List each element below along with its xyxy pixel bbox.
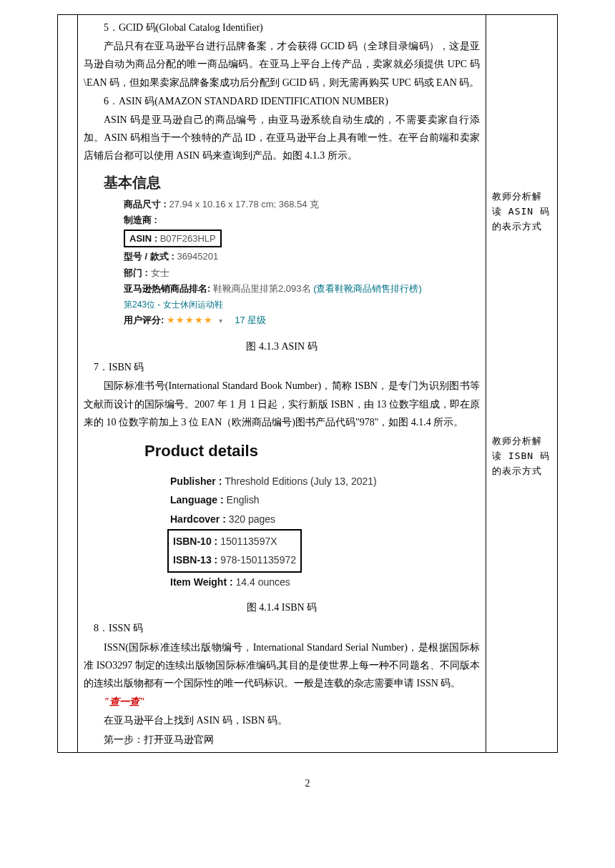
product-details-panel: Product details Publisher : Threshold Ed… bbox=[84, 432, 480, 596]
figure-caption-414: 图 4.1.4 ISBN 码 bbox=[84, 598, 480, 616]
row-dimensions: 商品尺寸 : 27.94 x 10.16 x 17.78 cm; 368.54 … bbox=[124, 197, 480, 212]
hardcover-key: Hardcover : bbox=[170, 513, 229, 525]
isbn-highlight-box: ISBN-10 : 150113597X ISBN-13 : 978-15011… bbox=[167, 529, 302, 573]
star-text[interactable]: 17 星级 bbox=[235, 315, 266, 325]
check-line-2: 第一步：打开亚马逊官网 bbox=[84, 731, 480, 749]
weight-key: Item Weight : bbox=[170, 576, 236, 588]
check-heading: "查一查" bbox=[84, 693, 480, 711]
rank-text: 鞋靴商品里排第2,093名 bbox=[213, 283, 313, 294]
pd-isbn13: ISBN-13 : 978-1501135972 bbox=[173, 551, 296, 570]
pd-hardcover: Hardcover : 320 pages bbox=[170, 510, 480, 529]
publisher-key: Publisher : bbox=[170, 475, 225, 487]
basic-info-panel: 基本信息 商品尺寸 : 27.94 x 10.16 x 17.78 cm; 36… bbox=[84, 166, 480, 335]
pd-weight: Item Weight : 14.4 ounces bbox=[170, 573, 480, 592]
mfr-label: 制造商 : bbox=[124, 214, 157, 225]
dept-label: 部门 : bbox=[124, 267, 148, 278]
dim-label: 商品尺寸 : bbox=[124, 199, 167, 209]
asin-body: ASIN 码是亚马逊自己的商品编号，由亚马逊系统自动生成的，不需要卖家自行添加。… bbox=[84, 111, 480, 165]
language-key: Language : bbox=[170, 494, 227, 505]
isbn13-key: ISBN-13 : bbox=[173, 554, 220, 566]
layout-table: 5．GCID 码(Global Catalog Identifier) 产品只有… bbox=[57, 14, 558, 753]
pd-language: Language : English bbox=[170, 490, 480, 510]
hardcover-val: 320 pages bbox=[229, 513, 275, 525]
pd-publisher: Publisher : Threshold Editions (July 13,… bbox=[170, 472, 480, 491]
product-details-title: Product details bbox=[144, 436, 480, 466]
weight-val: 14.4 ounces bbox=[236, 576, 290, 588]
teacher-note-isbn: 教师分析解读 ISBN 码的表示方式 bbox=[492, 434, 551, 478]
issn-heading: 8．ISSN 码 bbox=[84, 619, 480, 637]
chevron-down-icon: ▾ bbox=[219, 317, 222, 325]
asin-label: ASIN : bbox=[129, 233, 157, 244]
dept-value: 女士 bbox=[151, 267, 169, 278]
isbn10-val: 150113597X bbox=[220, 536, 277, 547]
asin-highlight-box: ASIN : B07F263HLP bbox=[124, 230, 222, 248]
page: 5．GCID 码(Global Catalog Identifier) 产品只有… bbox=[0, 14, 615, 821]
main-content-cell: 5．GCID 码(Global Catalog Identifier) 产品只有… bbox=[78, 15, 486, 753]
asin-value: B07F263HLP bbox=[160, 233, 216, 244]
row-rating: 用户评分: ★★★★★ ▾ 17 星级 bbox=[124, 313, 480, 327]
model-value: 36945201 bbox=[177, 251, 218, 262]
page-number: 2 bbox=[57, 774, 558, 792]
rank-link[interactable]: (查看鞋靴商品销售排行榜) bbox=[313, 283, 422, 294]
teacher-note-asin: 教师分析解读 ASIN 码的表示方式 bbox=[492, 189, 551, 234]
figure-caption-413: 图 4.1.3 ASIN 码 bbox=[84, 337, 480, 355]
left-margin-cell bbox=[58, 15, 78, 753]
gcid-body: 产品只有在亚马逊平台进行品牌备案，才会获得 GCID 码（全球目录编码），这是亚… bbox=[84, 37, 480, 92]
row-rank: 亚马逊热销商品排名: 鞋靴商品里排第2,093名 (查看鞋靴商品销售排行榜) bbox=[124, 282, 480, 296]
basic-info-title: 基本信息 bbox=[104, 172, 480, 193]
model-label: 型号 / 款式 : bbox=[124, 251, 174, 262]
row-dept: 部门 : 女士 bbox=[124, 266, 480, 280]
publisher-val: Threshold Editions (July 13, 2021) bbox=[225, 475, 376, 487]
rank-sub[interactable]: 第243位 - 女士休闲运动鞋 bbox=[124, 298, 480, 311]
rank-label: 亚马逊热销商品排名: bbox=[124, 283, 210, 294]
rating-label: 用户评分: bbox=[124, 315, 164, 325]
isbn10-key: ISBN-10 : bbox=[173, 536, 220, 547]
pd-isbn10: ISBN-10 : 150113597X bbox=[173, 532, 296, 551]
language-val: English bbox=[227, 494, 260, 505]
star-icon: ★★★★★ bbox=[167, 315, 213, 325]
row-asin: ASIN : B07F263HLP bbox=[124, 230, 480, 248]
issn-body: ISSN(国际标准连续出版物编号，International Standard … bbox=[84, 638, 480, 693]
check-line-1: 在亚马逊平台上找到 ASIN 码，ISBN 码。 bbox=[84, 711, 480, 729]
row-model: 型号 / 款式 : 36945201 bbox=[124, 250, 480, 264]
row-manufacturer: 制造商 : bbox=[124, 213, 480, 227]
gcid-heading: 5．GCID 码(Global Catalog Identifier) bbox=[84, 19, 480, 36]
asin-heading: 6．ASIN 码(AMAZON STANDARD IDENTIFICATION … bbox=[84, 92, 480, 110]
dim-value: 27.94 x 10.16 x 17.78 cm; 368.54 克 bbox=[169, 199, 320, 209]
annotation-cell: 教师分析解读 ASIN 码的表示方式 教师分析解读 ISBN 码的表示方式 bbox=[486, 15, 558, 753]
isbn13-val: 978-1501135972 bbox=[220, 554, 296, 566]
isbn-heading: 7．ISBN 码 bbox=[84, 358, 480, 376]
isbn-body: 国际标准书号(International Standard Book Numbe… bbox=[84, 377, 480, 431]
